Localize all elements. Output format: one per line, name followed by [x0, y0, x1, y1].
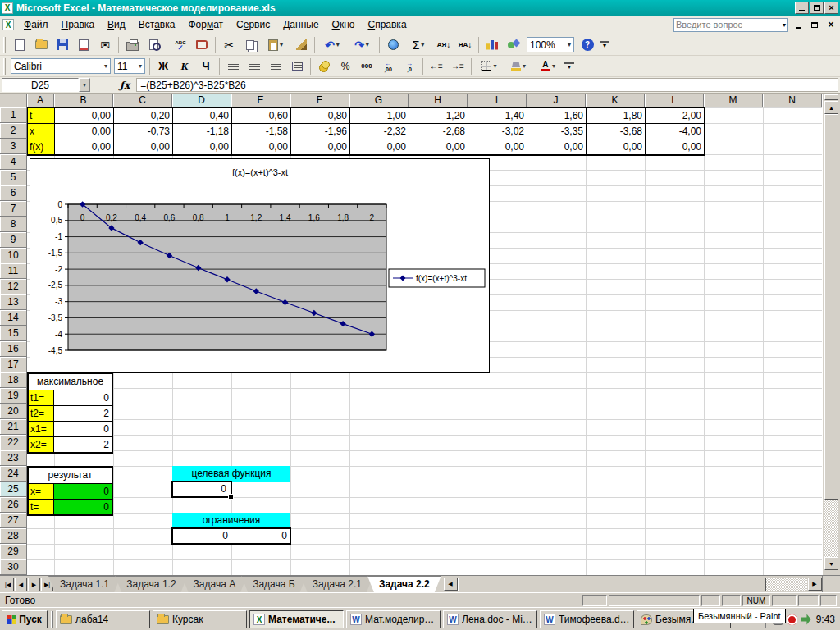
name-box-dropdown[interactable]: ▾ — [79, 78, 90, 92]
chart-wizard-button[interactable] — [482, 36, 502, 54]
column-header-B[interactable]: B — [54, 94, 113, 107]
cell-value[interactable]: 2 — [54, 437, 112, 452]
task-button-Тимофеева.do...[interactable]: WТимофеева.do... — [540, 610, 634, 628]
row-header-25[interactable]: 25 — [0, 482, 27, 497]
cell-value[interactable]: -4,00 — [646, 124, 705, 139]
row-header-10[interactable]: 10 — [0, 248, 27, 263]
cell-value[interactable]: 1,00 — [350, 108, 409, 124]
cell-value[interactable]: 1,40 — [468, 108, 527, 124]
help-button[interactable]: ? — [578, 36, 597, 54]
cell-value[interactable]: 0 — [54, 422, 112, 436]
toolbar-options-chevron[interactable]: ▾ — [564, 62, 574, 71]
cell-value[interactable]: 0 — [54, 390, 112, 405]
zoom-combo[interactable]: 100%▾ — [527, 37, 574, 52]
task-button-Математиче...[interactable]: XМатематиче... — [249, 610, 344, 628]
insert-function-icon[interactable]: ƒx — [120, 80, 130, 91]
row-header-16[interactable]: 16 — [0, 341, 27, 357]
menu-Правка[interactable]: Правка — [55, 16, 102, 33]
cell-value[interactable]: -3,35 — [527, 124, 587, 139]
row-header-8[interactable]: 8 — [0, 217, 27, 232]
cell-value[interactable]: 1,60 — [527, 108, 587, 124]
sheet-tab-Задача А[interactable]: Задача А — [182, 576, 248, 592]
cell-value[interactable]: 0,80 — [291, 108, 350, 124]
book-minimize-button[interactable] — [792, 18, 805, 31]
currency-button[interactable] — [314, 57, 334, 75]
scroll-up-button[interactable]: ▲ — [824, 101, 838, 114]
column-header-A[interactable]: A — [27, 94, 54, 107]
start-button[interactable]: Пуск — [2, 610, 48, 628]
menu-Данные[interactable]: Данные — [276, 16, 325, 33]
row-header-18[interactable]: 18 — [0, 372, 27, 388]
cell-value[interactable]: -2,68 — [409, 124, 468, 139]
paste-button[interactable]: ▾ — [262, 36, 290, 54]
task-button-Лена.doc - Micr...[interactable]: WЛена.doc - Micr... — [443, 610, 537, 628]
spelling-button[interactable]: ABC✓ — [171, 36, 190, 54]
row-header-24[interactable]: 24 — [0, 466, 27, 482]
fill-color-button[interactable]: ▾ — [504, 57, 532, 75]
cell-value[interactable]: 0,00 — [468, 139, 527, 155]
cell-value[interactable]: 0,00 — [55, 139, 114, 155]
toolbar-grip[interactable] — [3, 58, 6, 75]
font-size-combo[interactable]: 11▾ — [114, 58, 145, 74]
column-header-G[interactable]: G — [349, 94, 409, 107]
cell-label[interactable]: x2= — [29, 437, 54, 452]
cell-label[interactable]: t — [28, 108, 55, 124]
row-header-19[interactable]: 19 — [0, 388, 27, 404]
align-left-button[interactable] — [223, 57, 243, 75]
row-header-7[interactable]: 7 — [0, 201, 27, 217]
row-header-12[interactable]: 12 — [0, 279, 27, 294]
column-header-D[interactable]: D — [172, 94, 231, 107]
decrease-indent-button[interactable]: ←≡ — [427, 57, 446, 75]
cell-label[interactable]: t1= — [29, 390, 54, 405]
sheet-tab-Задача 1.2[interactable]: Задача 1.2 — [115, 576, 187, 592]
cell-value[interactable]: -1,18 — [173, 124, 232, 139]
sort-descending-button[interactable]: ЯА↓ — [455, 36, 475, 54]
drawing-button[interactable] — [504, 36, 523, 54]
cell-value[interactable]: 1,20 — [409, 108, 468, 124]
task-button-Курсак[interactable]: Курсак — [153, 610, 247, 628]
cut-button[interactable]: ✂ — [219, 36, 239, 54]
row-header-3[interactable]: 3 — [0, 139, 27, 154]
cell-label[interactable]: x= — [29, 484, 54, 499]
tray-icon-3[interactable] — [801, 614, 811, 625]
cell-value[interactable]: 0,00 — [232, 139, 291, 155]
cell-value[interactable]: 0,00 — [291, 139, 350, 155]
row-header-15[interactable]: 15 — [0, 326, 27, 341]
column-header-M[interactable]: M — [704, 94, 763, 107]
cell-value[interactable]: 0,20 — [114, 108, 173, 124]
window-minimize-button[interactable] — [795, 2, 809, 14]
new-button[interactable] — [10, 36, 30, 54]
cell-value[interactable]: 0,00 — [527, 139, 587, 155]
align-right-button[interactable] — [266, 57, 285, 75]
window-restore-button[interactable] — [810, 2, 824, 14]
question-box[interactable]: Введите вопрос ▾ — [673, 18, 788, 32]
increase-decimal-button[interactable]: ←,00 — [378, 57, 398, 75]
row-header-14[interactable]: 14 — [0, 310, 27, 326]
cell-value[interactable]: 0,40 — [173, 108, 232, 124]
cell-label[interactable]: x — [28, 124, 55, 139]
menu-Справка[interactable]: Справка — [361, 16, 413, 33]
bold-button[interactable]: Ж — [153, 57, 173, 75]
cell-label[interactable]: f(x) — [28, 139, 55, 155]
first-sheet-button[interactable]: |◀ — [2, 578, 14, 591]
column-header-E[interactable]: E — [231, 94, 290, 107]
font-name-combo[interactable]: Calibri▾ — [11, 58, 111, 74]
font-color-button[interactable]: А▾ — [534, 57, 562, 75]
research-button[interactable] — [192, 36, 212, 54]
formula-input[interactable]: =(B25+B26)^3-B25*B26 — [136, 78, 838, 92]
menu-Вставка[interactable]: Вставка — [132, 16, 182, 33]
cell-value[interactable]: -3,68 — [587, 124, 646, 139]
row-header-27[interactable]: 27 — [0, 513, 27, 528]
name-box[interactable]: D25 — [2, 78, 79, 92]
open-button[interactable] — [31, 36, 51, 54]
scrollbar-split-handle[interactable] — [824, 94, 838, 100]
menu-Вид[interactable]: Вид — [101, 16, 132, 33]
cell-value[interactable]: 0 — [54, 484, 112, 499]
cell-value[interactable]: -1,58 — [232, 124, 291, 139]
row-header-4[interactable]: 4 — [0, 154, 27, 170]
sort-ascending-button[interactable]: АЯ↓ — [434, 36, 454, 54]
cell-value[interactable]: -0,73 — [114, 124, 173, 139]
constraint-cell[interactable]: 0 — [231, 529, 290, 543]
horizontal-scrollbar[interactable]: ◀ ▶ — [443, 578, 822, 591]
worksheet-grid[interactable]: t0,000,200,400,600,801,001,201,401,601,8… — [27, 107, 822, 575]
